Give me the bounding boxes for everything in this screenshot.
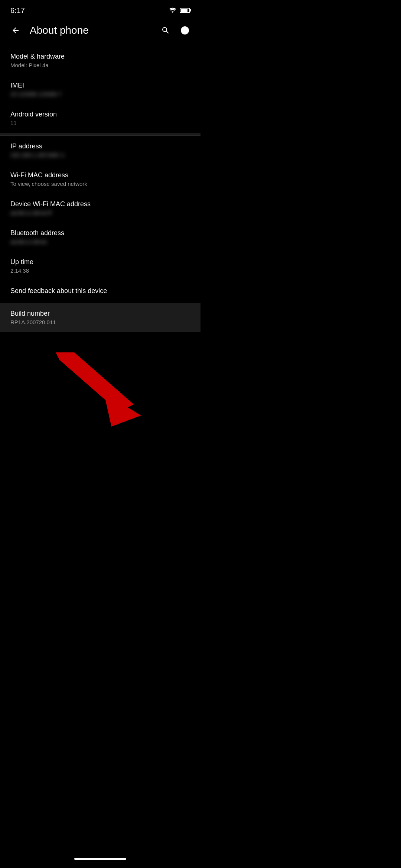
battery-fill (181, 9, 188, 12)
app-header: About phone (0, 19, 200, 46)
bluetooth-address-title: Bluetooth address (10, 229, 190, 237)
model-hardware-item[interactable]: Model & hardware Model: Pixel 4a (0, 46, 200, 75)
imei-item[interactable]: IMEI 15 123456 123456 7 (0, 75, 200, 104)
device-wifi-mac-item[interactable]: Device Wi-Fi MAC address aa:bb:cc:dd:ee:… (0, 194, 200, 223)
header-actions (157, 22, 193, 39)
search-button[interactable] (157, 22, 174, 39)
model-hardware-subtitle: Model: Pixel 4a (10, 62, 190, 68)
up-time-value: 2:14:38 (10, 267, 190, 274)
android-version-value: 11 (10, 120, 190, 126)
build-number-title: Build number (10, 310, 190, 318)
battery-icon (180, 8, 190, 13)
imei-title: IMEI (10, 82, 190, 89)
android-version-item[interactable]: Android version 11 (0, 104, 200, 133)
wifi-mac-title: Wi-Fi MAC address (10, 171, 190, 179)
up-time-item[interactable]: Up time 2:14:38 (0, 251, 200, 280)
send-feedback-item[interactable]: Send feedback about this device (0, 280, 200, 303)
svg-marker-2 (56, 352, 134, 412)
bluetooth-address-value: aa:bb:cc:dd:ee (10, 239, 190, 245)
wifi-mac-item[interactable]: Wi-Fi MAC address To view, choose saved … (0, 165, 200, 194)
section-2: IP address 192.168.1.105 fe80::1 Wi-Fi M… (0, 136, 200, 303)
ip-address-value: 192.168.1.105 fe80::1 (10, 152, 190, 158)
status-icons (169, 7, 190, 13)
device-wifi-mac-value: aa:bb:cc:dd:ee:ff (10, 210, 190, 216)
bluetooth-address-item[interactable]: Bluetooth address aa:bb:cc:dd:ee (0, 223, 200, 251)
build-number-item[interactable]: Build number RP1A.200720.011 (0, 303, 200, 332)
device-wifi-mac-title: Device Wi-Fi MAC address (10, 200, 190, 208)
send-feedback-title: Send feedback about this device (10, 287, 190, 295)
settings-list: Model & hardware Model: Pixel 4a IMEI 15… (0, 46, 200, 303)
help-button[interactable] (177, 22, 193, 39)
model-hardware-title: Model & hardware (10, 53, 190, 60)
status-bar: 6:17 (0, 0, 200, 19)
wifi-icon (169, 7, 177, 13)
up-time-title: Up time (10, 258, 190, 266)
section-divider (0, 133, 200, 136)
android-version-title: Android version (10, 111, 190, 118)
build-number-value: RP1A.200720.011 (10, 319, 190, 325)
ip-address-item[interactable]: IP address 192.168.1.105 fe80::1 (0, 136, 200, 165)
svg-marker-3 (104, 393, 141, 427)
wifi-mac-subtitle: To view, choose saved network (10, 181, 190, 187)
page-title: About phone (30, 24, 151, 36)
arrow-annotation (45, 352, 141, 428)
bottom-section: Build number RP1A.200720.011 (0, 303, 200, 332)
back-button[interactable] (7, 22, 24, 39)
status-time: 6:17 (10, 6, 25, 15)
section-1: Model & hardware Model: Pixel 4a IMEI 15… (0, 46, 200, 133)
imei-value: 15 123456 123456 7 (10, 91, 190, 97)
ip-address-title: IP address (10, 142, 190, 150)
